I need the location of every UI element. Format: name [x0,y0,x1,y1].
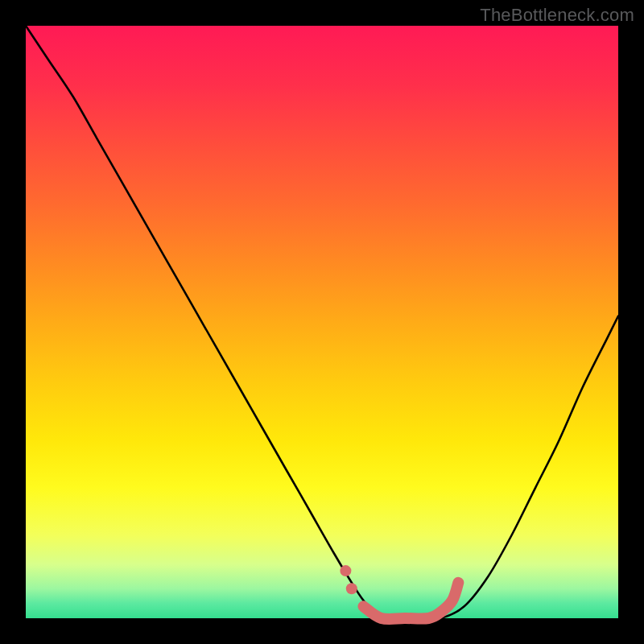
plot-area [26,26,618,618]
optimal-highlight [364,583,459,619]
bottleneck-curve [26,26,618,619]
chart-curves [26,26,618,618]
highlight-dot [340,565,351,576]
chart-container: TheBottleneck.com [0,0,644,644]
attribution-label: TheBottleneck.com [480,5,634,26]
highlight-dot [346,583,357,594]
